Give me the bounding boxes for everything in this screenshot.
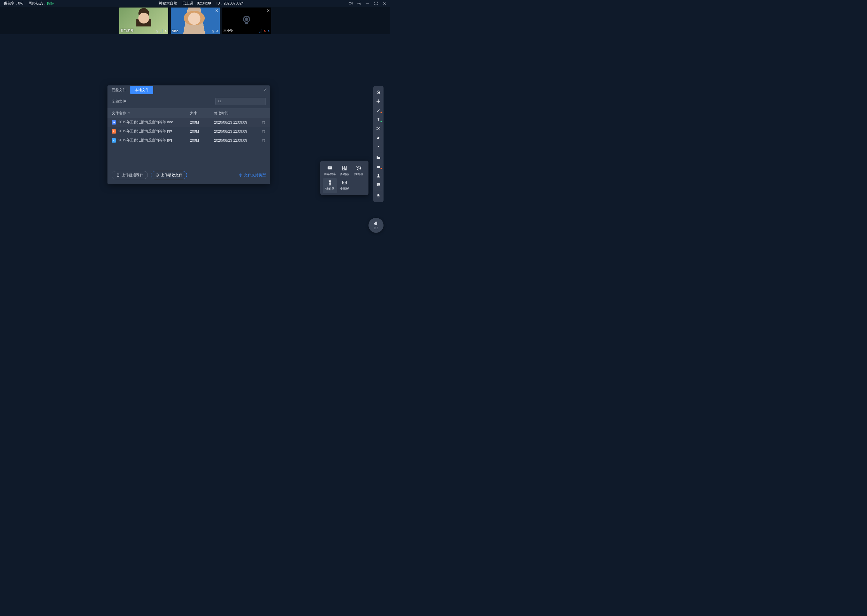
table-row[interactable]: ▲2019年工作汇报情况查询等等.jpg 200M 2020/06/23 12:… bbox=[107, 136, 270, 145]
doc-icon: W bbox=[112, 120, 116, 124]
svg-point-6 bbox=[156, 31, 158, 31]
file-icon bbox=[116, 173, 120, 177]
ppt-icon: P bbox=[112, 129, 116, 134]
col-size[interactable]: 大小 bbox=[190, 111, 214, 116]
board-icon: 2+3 bbox=[341, 180, 347, 186]
table-row[interactable]: P2019年工作汇报情况查询等等.ppt 200M 2020/06/23 12:… bbox=[107, 127, 270, 136]
window-controls bbox=[348, 1, 386, 5]
play-circle-icon bbox=[155, 173, 159, 177]
breadcrumb[interactable]: 全部文件 bbox=[112, 99, 126, 104]
tool-buzzer[interactable]: 抢答器 bbox=[352, 163, 366, 178]
close-icon[interactable] bbox=[382, 1, 386, 5]
svg-text:T: T bbox=[377, 117, 380, 121]
delete-icon[interactable] bbox=[262, 129, 266, 134]
close-tile-icon[interactable] bbox=[266, 9, 270, 13]
toolbox-icon bbox=[376, 164, 381, 169]
svg-point-41 bbox=[377, 174, 379, 176]
svg-point-39 bbox=[378, 146, 379, 148]
rail-user[interactable] bbox=[373, 171, 383, 180]
table-row[interactable]: W2019年工作汇报情况查询等等.doc 200M 2020/06/23 12:… bbox=[107, 118, 270, 127]
rail-laser[interactable] bbox=[373, 88, 383, 97]
rail-toolbox[interactable] bbox=[373, 162, 383, 171]
rail-pen[interactable] bbox=[373, 106, 383, 115]
modal-close-icon[interactable] bbox=[263, 88, 267, 91]
quiz-icon bbox=[341, 165, 347, 171]
sort-desc-icon bbox=[128, 112, 130, 114]
svg-point-1 bbox=[359, 3, 360, 4]
table-header: 文件名称 大小 修改时间 bbox=[107, 108, 270, 118]
pen-icon bbox=[376, 108, 381, 113]
folder-icon bbox=[376, 155, 381, 160]
move-icon bbox=[376, 99, 381, 104]
tool-screen-share[interactable]: 屏幕共享 bbox=[323, 163, 337, 178]
image-icon: ▲ bbox=[112, 138, 116, 143]
brightness-icon bbox=[376, 145, 380, 149]
file-name: 2019年工作汇报情况查询等等.ppt bbox=[118, 129, 172, 134]
tab-cloud[interactable]: 云盘文件 bbox=[107, 86, 130, 94]
top-bar: 丢包率：0% 网络状态：良好 神秘大自然 已上课：02:34:09 ID：202… bbox=[0, 0, 390, 6]
rail-bell[interactable] bbox=[373, 191, 383, 200]
upload-button[interactable]: 上传普通课件 bbox=[112, 171, 148, 179]
rail-chat[interactable] bbox=[373, 180, 383, 189]
svg-point-43 bbox=[378, 184, 378, 184]
file-size: 200M bbox=[190, 120, 214, 124]
svg-point-14 bbox=[245, 18, 248, 20]
record-icon bbox=[212, 30, 214, 33]
video-tile[interactable]: 王小明 bbox=[222, 8, 271, 34]
mic-icon bbox=[164, 29, 167, 33]
rail-move[interactable] bbox=[373, 97, 383, 106]
file-mtime: 2020/06/23 12:09:09 bbox=[214, 129, 262, 134]
svg-rect-0 bbox=[349, 2, 351, 4]
rail-eraser[interactable] bbox=[373, 133, 383, 142]
svg-rect-12 bbox=[217, 30, 218, 31]
file-name: 2019年工作汇报情况查询等等.jpg bbox=[118, 138, 172, 143]
close-tile-icon[interactable] bbox=[215, 9, 219, 13]
delete-icon[interactable] bbox=[262, 138, 266, 143]
camera-icon[interactable] bbox=[348, 1, 353, 5]
file-name: 2019年工作汇报情况查询等等.doc bbox=[118, 120, 173, 125]
col-name[interactable]: 文件名称 bbox=[112, 111, 190, 116]
room-title: 神秘大自然 bbox=[159, 1, 177, 6]
fullscreen-icon[interactable] bbox=[374, 1, 378, 5]
record-icon bbox=[156, 30, 159, 33]
minimize-icon[interactable] bbox=[366, 1, 370, 5]
svg-point-42 bbox=[377, 184, 378, 184]
eraser-icon bbox=[376, 135, 381, 140]
rail-text[interactable]: T bbox=[373, 115, 383, 124]
rail-scissors[interactable] bbox=[373, 124, 383, 133]
supported-types-link[interactable]: 文件支持类型 bbox=[239, 173, 266, 178]
info-icon bbox=[239, 173, 242, 177]
alarm-icon bbox=[356, 165, 362, 171]
delete-icon[interactable] bbox=[262, 120, 266, 124]
tool-timer[interactable]: 计时器 bbox=[323, 178, 337, 193]
upload-fx-button[interactable]: 上传动效文件 bbox=[151, 171, 187, 179]
col-mtime[interactable]: 修改时间 bbox=[214, 111, 266, 116]
file-size: 200M bbox=[190, 129, 214, 134]
session-id: ID：2020070324 bbox=[216, 1, 244, 6]
modal-tabs: 云盘文件 本地文件 bbox=[107, 85, 270, 94]
hand-icon bbox=[373, 221, 379, 226]
video-tile[interactable]: 叮当老师 bbox=[119, 8, 168, 34]
text-icon: T bbox=[376, 117, 381, 122]
tools-popup: 屏幕共享 答题器 抢答器 计时器 2+3 小黑板 bbox=[320, 160, 369, 195]
raise-hand-button[interactable]: 0/2 bbox=[369, 218, 383, 233]
svg-point-22 bbox=[219, 100, 221, 102]
hourglass-icon bbox=[327, 180, 333, 186]
file-list: W2019年工作汇报情况查询等等.doc 200M 2020/06/23 12:… bbox=[107, 118, 270, 145]
rail-dot[interactable] bbox=[373, 142, 383, 151]
search-input[interactable] bbox=[215, 98, 266, 105]
packet-loss: 丢包率：0% bbox=[4, 1, 23, 6]
tab-local[interactable]: 本地文件 bbox=[130, 86, 153, 94]
chat-icon bbox=[376, 182, 381, 187]
svg-text:2+3: 2+3 bbox=[343, 182, 346, 184]
rail-folder[interactable] bbox=[373, 153, 383, 162]
svg-rect-7 bbox=[165, 30, 166, 31]
file-mtime: 2020/06/23 12:09:09 bbox=[214, 138, 262, 143]
mic-icon bbox=[216, 29, 219, 33]
video-tile[interactable]: Nina bbox=[171, 8, 220, 34]
tool-blackboard[interactable]: 2+3 小黑板 bbox=[337, 178, 352, 193]
tool-answer[interactable]: 答题器 bbox=[337, 163, 352, 178]
svg-rect-40 bbox=[377, 166, 380, 168]
gear-icon[interactable] bbox=[357, 1, 361, 5]
camera-off-icon bbox=[241, 15, 252, 27]
